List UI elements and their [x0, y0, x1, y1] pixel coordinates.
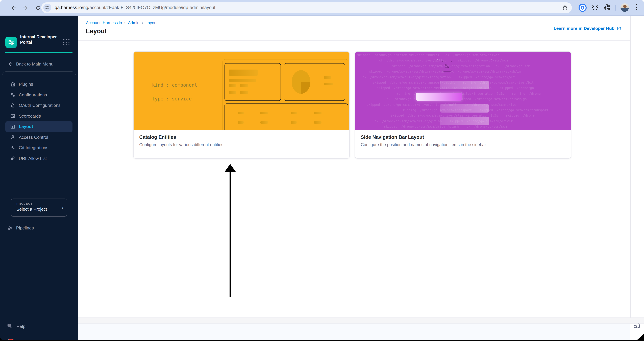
- project-value: Select a Project: [16, 207, 47, 212]
- sidebar-item-pipelines[interactable]: Pipelines: [0, 223, 78, 232]
- card-title: Side Navigation Bar Layout: [361, 134, 424, 140]
- annotation-arrow-head: [224, 164, 236, 172]
- yaml-kind-line: kind : component: [152, 82, 197, 88]
- footer-area: [78, 323, 630, 341]
- gears-icon: [10, 92, 16, 98]
- sidebar-item-label: OAuth Configurations: [19, 103, 60, 108]
- svg-text:?: ?: [9, 324, 10, 326]
- learn-more-link[interactable]: Learn more in Developer Hub: [554, 26, 621, 31]
- right-rail-divider: [630, 16, 630, 317]
- card-title: Catalog Entities: [139, 134, 176, 140]
- url-path: /ng/account/zEaak-FLS425IEO7OLzMUg/modul…: [82, 5, 215, 10]
- back-arrow-icon: [8, 61, 13, 67]
- pipelines-label: Pipelines: [16, 225, 34, 230]
- menu-panel-edge: [2, 71, 76, 79]
- pie-chart-shape: [292, 70, 310, 94]
- brand-divider: [5, 52, 72, 53]
- url-host: qa.harness.io: [55, 5, 82, 10]
- log-line: skipped /drone/go-scm/scm/driver/bitbuck…: [357, 52, 571, 58]
- extension-spinner-icon[interactable]: [591, 4, 599, 12]
- puzzle-icon: [10, 82, 16, 87]
- main-content: Account: Harness.io › Admin › Layout Lay…: [78, 16, 644, 341]
- sidebar-item-label: Configurations: [19, 92, 47, 97]
- footer-band: [78, 317, 644, 323]
- help-label: Help: [16, 324, 26, 329]
- chevron-right-icon: ›: [62, 204, 64, 210]
- extension-1password-icon[interactable]: [578, 4, 586, 12]
- sidebar-item-url-allow-list[interactable]: URL Allow List: [0, 153, 78, 164]
- browser-profile-avatar[interactable]: [620, 3, 629, 12]
- catalog-entities-illustration: kind : component type : service: [134, 52, 349, 130]
- card-description: Configure layouts for various different …: [139, 142, 223, 147]
- bookmark-star-icon[interactable]: [562, 5, 568, 11]
- wireframe-table-box: [224, 104, 348, 130]
- yaml-type-line: type : service: [152, 96, 192, 102]
- sidebar-item-layout[interactable]: Layout: [5, 121, 72, 132]
- apps-grid-icon[interactable]: [63, 39, 70, 46]
- sidebar-item-label: Scorecards: [19, 114, 41, 119]
- url-bar[interactable]: qa.harness.io/ng/account/zEaak-FLS425IEO…: [41, 2, 572, 13]
- wireframe-logo-icon: [442, 61, 452, 72]
- nav-item-pill: [440, 81, 489, 89]
- screen: qa.harness.io/ng/account/zEaak-FLS425IEO…: [0, 0, 644, 341]
- header-divider: [78, 40, 630, 41]
- page-title: Layout: [86, 28, 107, 35]
- browser-reload-button[interactable]: [34, 4, 42, 12]
- annotation-arrow-shaft: [230, 171, 231, 297]
- wireframe-chart-box: [284, 63, 345, 101]
- sidebar-item-git-integrations[interactable]: Git Integrations: [0, 142, 78, 153]
- layout-icon: [10, 124, 16, 129]
- back-to-main-menu[interactable]: Back to Main Menu: [0, 59, 78, 69]
- help-button[interactable]: ? Help: [0, 321, 78, 331]
- window-bottom-edge: [0, 340, 644, 341]
- sidebar-item-label: URL Allow List: [19, 156, 47, 161]
- breadcrumb-layout[interactable]: Layout: [146, 21, 158, 25]
- project-label: PROJECT: [16, 202, 33, 205]
- chevron-separator-icon: ›: [124, 21, 126, 25]
- browser-forward-button[interactable]: [22, 4, 30, 12]
- side-nav-illustration: skipped /drone/go-scm/scm/driver/bitbuck…: [355, 52, 571, 130]
- person-icon: [10, 135, 16, 140]
- catalog-entities-card[interactable]: kind : component type : service: [133, 51, 350, 159]
- nav-item-pill: [440, 117, 489, 125]
- sidebar-item-access-control[interactable]: Access Control: [0, 132, 78, 142]
- site-settings-icon[interactable]: [43, 4, 51, 12]
- pipelines-icon: [8, 225, 13, 230]
- back-to-main-menu-label: Back to Main Menu: [16, 61, 54, 66]
- breadcrumb: Account: Harness.io › Admin › Layout: [86, 21, 158, 25]
- sidebar-item-label: Layout: [19, 124, 33, 129]
- sidebar-item-oauth-configurations[interactable]: OAuth Configurations: [0, 100, 78, 111]
- project-selector[interactable]: PROJECT Select a Project ›: [11, 199, 67, 217]
- sidebar-item-label: Git Integrations: [19, 145, 48, 150]
- side-nav-layout-card[interactable]: skipped /drone/go-scm/scm/driver/bitbuck…: [355, 51, 571, 159]
- sidebar-item-label: Plugins: [19, 82, 33, 87]
- lock-icon: [10, 103, 16, 108]
- product-title: Internal Developer Portal: [20, 34, 58, 45]
- sidebar-menu: Plugins Configurations OAuth Configurati…: [0, 79, 78, 164]
- nav-item-pill: [440, 104, 489, 113]
- breadcrumb-account[interactable]: Account: Harness.io: [86, 21, 122, 25]
- card-description: Configure the position and names of navi…: [361, 142, 486, 147]
- scorecard-icon: [10, 113, 16, 119]
- sidebar-item-configurations[interactable]: Configurations: [0, 90, 78, 100]
- browser-toolbar: qa.harness.io/ng/account/zEaak-FLS425IEO…: [0, 0, 644, 16]
- chat-support-icon[interactable]: [633, 322, 641, 330]
- help-chat-icon: ?: [7, 323, 13, 329]
- back-arrow-icon: [10, 5, 16, 11]
- sidebar-item-scorecards[interactable]: Scorecards: [0, 111, 78, 121]
- sidebar: Internal Developer Portal Back to Main M…: [0, 16, 78, 340]
- forward-arrow-icon: [23, 5, 28, 11]
- link-icon: [10, 156, 16, 161]
- url-text[interactable]: qa.harness.io/ng/account/zEaak-FLS425IEO…: [55, 2, 216, 13]
- browser-back-button[interactable]: [9, 4, 17, 12]
- branch-icon: [10, 145, 16, 151]
- idp-logo[interactable]: [5, 37, 17, 48]
- extensions-puzzle-icon[interactable]: [604, 4, 611, 11]
- idp-logo-icon: [8, 39, 14, 46]
- sidebar-item-plugins[interactable]: Plugins: [0, 79, 78, 90]
- external-link-icon: [616, 26, 621, 31]
- browser-menu-icon[interactable]: [636, 4, 637, 12]
- toolbar-divider: [616, 5, 616, 11]
- sidebar-item-label: Access Control: [19, 135, 48, 140]
- breadcrumb-admin[interactable]: Admin: [128, 21, 140, 25]
